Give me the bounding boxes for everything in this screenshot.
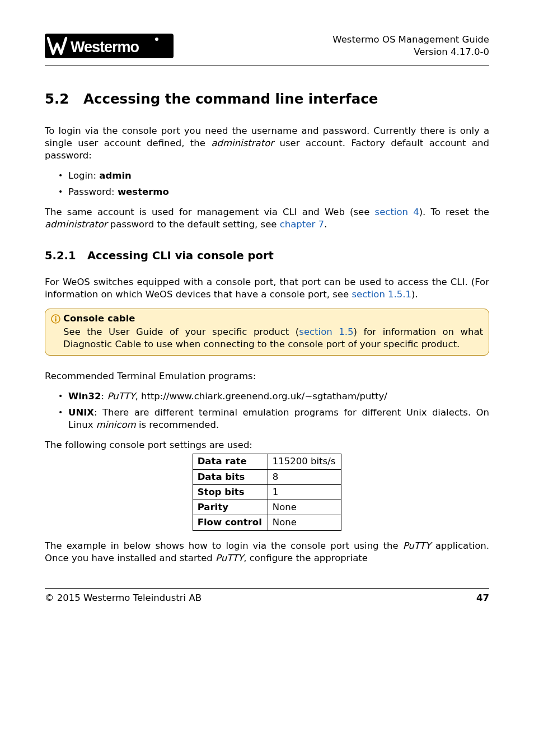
page-number: 47 [476, 592, 489, 604]
callout-body: See the User Guide of your specific prod… [51, 326, 483, 351]
para-settings: The following console port settings are … [45, 439, 489, 451]
doc-version: Version 4.17.0-0 [332, 46, 489, 58]
svg-rect-5 [55, 318, 56, 321]
westermo-logo-svg: Westermo [45, 34, 174, 58]
westermo-logo: Westermo [45, 34, 174, 58]
para-intro: To login via the console port you need t… [45, 125, 489, 162]
para-recommended: Recommended Terminal Emulation programs: [45, 370, 489, 382]
callout-title: Console cable [63, 312, 135, 325]
header-text: Westermo OS Management Guide Version 4.1… [332, 34, 489, 59]
page-footer: © 2015 Westermo Teleindustri AB 47 [45, 592, 489, 604]
settings-table: Data rate115200 bits/s Data bits8 Stop b… [193, 454, 342, 530]
info-icon [51, 314, 60, 324]
para-same-account: The same account is used for management … [45, 206, 489, 231]
table-row: Flow controlNone [193, 515, 341, 530]
table-row: Stop bits1 [193, 484, 341, 500]
subsection-number: 5.2.1 [45, 249, 76, 262]
table-row: Data rate115200 bits/s [193, 454, 341, 469]
programs-list: Win32: PuTTY, http://www.chiark.greenend… [45, 390, 489, 431]
link-section-15[interactable]: section 1.5 [299, 326, 353, 337]
header-rule [45, 66, 489, 66]
table-row: ParityNone [193, 500, 341, 515]
copyright: © 2015 Westermo Teleindustri AB [45, 592, 202, 604]
credentials-list: Login: admin Password: westermo [45, 170, 489, 198]
doc-title: Westermo OS Management Guide [332, 34, 489, 46]
win32-item: Win32: PuTTY, http://www.chiark.greenend… [68, 390, 489, 403]
link-section-151[interactable]: section 1.5.1 [352, 289, 411, 300]
page-header: Westermo Westermo OS Management Guide Ve… [45, 34, 489, 59]
subsection-heading: 5.2.1 Accessing CLI via console port [45, 249, 489, 263]
login-item: Login: admin [68, 170, 489, 182]
svg-point-4 [55, 316, 57, 318]
svg-text:Westermo: Westermo [71, 39, 139, 55]
link-section-4[interactable]: section 4 [375, 207, 419, 217]
table-row: Data bits8 [193, 469, 341, 484]
para-weos: For WeOS switches equipped with a consol… [45, 276, 489, 301]
footer-rule [45, 588, 489, 589]
console-cable-callout: Console cable See the User Guide of your… [45, 309, 489, 356]
unix-item: UNIX: There are different terminal emula… [68, 407, 489, 432]
section-number: 5.2 [45, 91, 69, 107]
subsection-title: Accessing CLI via console port [87, 249, 274, 262]
para-example: The example in below shows how to login … [45, 540, 489, 565]
password-item: Password: westermo [68, 186, 489, 198]
section-title: Accessing the command line interface [83, 91, 378, 107]
section-heading: 5.2 Accessing the command line interface [45, 90, 489, 108]
svg-point-2 [155, 38, 158, 41]
link-chapter-7[interactable]: chapter 7 [280, 219, 324, 230]
